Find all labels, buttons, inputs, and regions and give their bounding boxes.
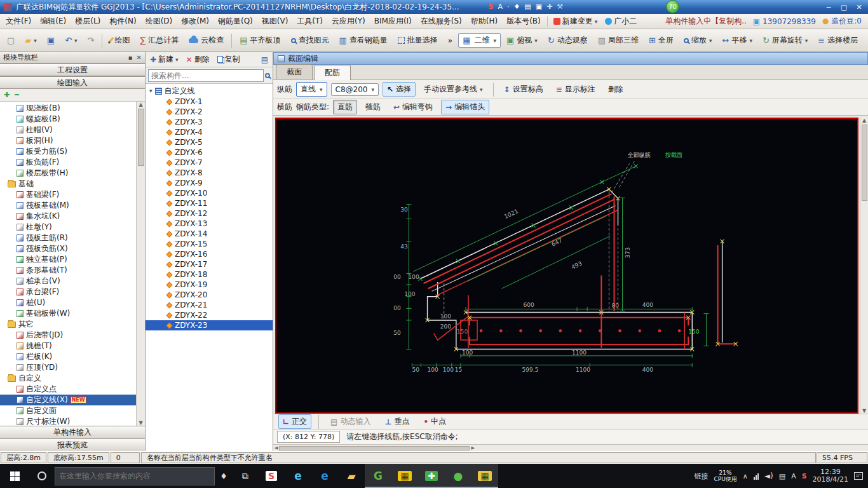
tree-expand-icon[interactable]: ▾: [149, 88, 153, 94]
sidebar-tree-item[interactable]: 自定义面: [0, 405, 136, 416]
menu-item[interactable]: 云应用(Y): [327, 14, 370, 29]
link-status[interactable]: 链接: [694, 471, 708, 481]
stirrup-button[interactable]: 箍筋: [361, 100, 385, 114]
sidebar-tree-item[interactable]: 板洞(H): [0, 135, 136, 146]
taskbar-search-input[interactable]: [59, 471, 210, 480]
sidebar-tree-item[interactable]: 承台梁(F): [0, 287, 136, 297]
search-input[interactable]: [148, 69, 264, 82]
pin-icon[interactable]: ▪: [128, 54, 133, 61]
open-file-button[interactable]: ▰▾: [20, 33, 41, 48]
tab-section[interactable]: 截面: [276, 64, 313, 79]
section-draw-input[interactable]: 绘图输入: [0, 76, 145, 89]
sidebar-tree-item[interactable]: 尺寸标注(W): [0, 416, 136, 426]
sidebar-tree-item[interactable]: 后浇带(JD): [0, 330, 136, 341]
sidebar-tree-item[interactable]: 现浇板(B): [0, 103, 136, 114]
sidebar-tree-item[interactable]: 条形基础(T): [0, 265, 136, 276]
sidebar-tree-item[interactable]: 柱墩(Y): [0, 222, 136, 233]
top-view-button[interactable]: ▣俯视▾: [502, 32, 542, 49]
component-item[interactable]: ZDYX-13: [146, 219, 273, 229]
midpoint-snap-button[interactable]: •中点: [419, 414, 451, 429]
price-bean[interactable]: ● 造价豆:0: [822, 16, 862, 27]
find-element-button[interactable]: 查找图元: [287, 32, 334, 49]
folder-app-icon[interactable]: ▰: [338, 464, 365, 488]
component-item[interactable]: ZDYX-1: [146, 97, 273, 107]
network-icon[interactable]: [754, 473, 759, 480]
rebar-spec-combo[interactable]: C8@200▾: [331, 83, 379, 96]
security-float-ball[interactable]: 70: [666, 0, 679, 13]
screen-rotate-button[interactable]: ↻屏幕旋转▾: [758, 32, 812, 49]
ortho-button[interactable]: ∟正交: [278, 414, 311, 429]
local-3d-button[interactable]: ▧局部三维: [593, 32, 643, 49]
language-indicator[interactable]: A: [791, 472, 796, 480]
align-slab-top-button[interactable]: ▤平齐板顶: [235, 32, 285, 49]
start-button[interactable]: [0, 464, 29, 488]
collapse-all-icon[interactable]: ━: [15, 91, 19, 99]
section-project-settings[interactable]: 工程设置: [0, 64, 145, 76]
component-item[interactable]: ZDYX-19: [146, 280, 273, 290]
sidebar-tree-item[interactable]: 压顶(YD): [0, 362, 136, 373]
full-screen-button[interactable]: ⊞全屏: [644, 32, 678, 49]
sidebar-tree-item[interactable]: 筏板负筋(X): [0, 243, 136, 254]
sogou-input-icon[interactable]: S: [488, 3, 493, 11]
close-icon[interactable]: ✕: [137, 54, 142, 61]
ie-icon[interactable]: e: [285, 464, 311, 488]
sidebar-tree-folder[interactable]: 自定义: [0, 373, 136, 384]
canvas-horizontal-scrollbar[interactable]: ◀ ▶: [273, 444, 868, 451]
scroll-left-icon[interactable]: ◀: [275, 445, 278, 451]
cortana-button[interactable]: [29, 464, 55, 488]
notification-center-icon[interactable]: [854, 472, 863, 480]
component-item[interactable]: ZDYX-10: [146, 188, 273, 198]
menu-item[interactable]: 钢筋量(Q): [214, 14, 257, 29]
sidebar-tree-item[interactable]: 基础梁(F): [0, 189, 136, 200]
component-item[interactable]: ZDYX-12: [146, 208, 273, 219]
component-item[interactable]: ZDYX-3: [146, 117, 273, 127]
new-component-button[interactable]: ✚新建▾: [148, 53, 180, 66]
new-change-button[interactable]: 新建变更 ▾: [550, 15, 602, 28]
pan-button[interactable]: ↔平移▾: [717, 32, 756, 49]
sidebar-tree-item[interactable]: 桩承台(V): [0, 276, 136, 287]
component-item[interactable]: ZDYX-18: [146, 269, 273, 280]
dot-icon[interactable]: ·: [507, 3, 510, 11]
component-item[interactable]: ZDYX-11: [146, 198, 273, 208]
sidebar-tree-item[interactable]: 楼层板带(H): [0, 168, 136, 179]
component-item[interactable]: ZDYX-9: [146, 178, 273, 188]
font-mode-icon[interactable]: A: [498, 3, 503, 11]
component-item[interactable]: ZDYX-22: [146, 310, 273, 320]
menu-item[interactable]: 工具(T): [292, 14, 327, 29]
close-button[interactable]: ✕: [854, 3, 864, 11]
volume-icon[interactable]: ◄): [764, 471, 773, 480]
mic-button[interactable]: ♦: [215, 464, 233, 488]
sidebar-tree-folder[interactable]: 基础: [0, 179, 136, 189]
floor-select-button[interactable]: ≡选择楼层: [813, 32, 862, 49]
sidebar-tree-item[interactable]: 集水坑(K): [0, 211, 136, 222]
scroll-down-icon[interactable]: ▼: [862, 408, 866, 414]
copy-component-button[interactable]: 复制: [215, 53, 242, 66]
line-type-combo[interactable]: 直线▾: [296, 82, 327, 97]
report-preview-bar[interactable]: 报表预览: [0, 438, 145, 451]
sidebar-tree-item[interactable]: 自定义线(X)NEW: [0, 395, 136, 405]
component-item[interactable]: ZDYX-8: [146, 168, 273, 178]
component-item[interactable]: ZDYX-16: [146, 249, 273, 259]
toolbox-icon[interactable]: ▣: [536, 3, 542, 11]
sogou-tray-icon[interactable]: S: [802, 472, 807, 480]
cpu-monitor[interactable]: 21%CPU使用: [714, 470, 736, 482]
component-item[interactable]: ZDYX-21: [146, 300, 273, 310]
keyboard-icon[interactable]: ▤: [779, 472, 785, 480]
sidebar-tree-item[interactable]: 板负筋(F): [0, 157, 136, 168]
menu-item[interactable]: 帮助(H): [466, 14, 502, 29]
delete-component-button[interactable]: ✕删除: [184, 53, 212, 66]
sidebar-tree-item[interactable]: 筏板主筋(R): [0, 233, 136, 243]
expand-all-icon[interactable]: ✚: [4, 91, 10, 99]
draw-button[interactable]: 绘图: [105, 32, 134, 49]
component-item[interactable]: ZDYX-2: [146, 107, 273, 117]
sidebar-tree-item[interactable]: 基础板带(W): [0, 308, 136, 319]
minimize-button[interactable]: ─: [824, 3, 834, 11]
menu-item[interactable]: 在线服务(S): [416, 14, 466, 29]
sidebar-tree-folder[interactable]: 其它: [0, 319, 136, 330]
component-item[interactable]: ZDYX-6: [146, 147, 273, 158]
component-item[interactable]: ZDYX-4: [146, 127, 273, 137]
menu-item[interactable]: 版本号(B): [502, 14, 545, 29]
soft-keyboard-icon[interactable]: ▤: [524, 3, 531, 11]
manual-ref-line-button[interactable]: 手动设置参考线▾: [419, 82, 487, 97]
sidebar-tree-item[interactable]: 板受力筋(S): [0, 146, 136, 157]
